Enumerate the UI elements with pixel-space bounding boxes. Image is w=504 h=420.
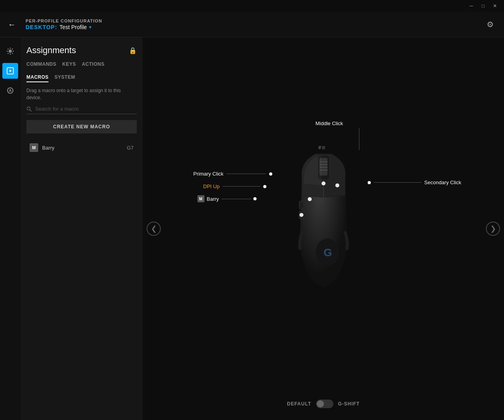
lock-icon: 🔒: [129, 47, 137, 54]
barry-macro-icon: M: [197, 195, 205, 202]
bottom-toggle: DEFAULT G-SHIFT: [287, 400, 359, 408]
chevron-right-icon: ❯: [490, 224, 496, 233]
barry-label: M Barry: [197, 195, 257, 202]
header: ← PER-PROFILE CONFIGURATION DESKTOP: Tes…: [0, 12, 504, 37]
mouse-diagram: G Middle Click Primary: [225, 113, 422, 329]
tab-macros[interactable]: MACROS: [26, 74, 48, 82]
profile-name[interactable]: Test Profile: [60, 24, 87, 30]
tab-actions[interactable]: ACTIONS: [82, 61, 105, 68]
icon-bar: [0, 37, 20, 420]
chevron-left-icon: ❮: [151, 224, 157, 233]
settings-button[interactable]: ⚙: [482, 17, 498, 32]
default-gshift-toggle[interactable]: [316, 400, 333, 408]
svg-rect-22: [299, 201, 304, 209]
chevron-down-icon[interactable]: ▾: [89, 24, 91, 30]
search-icon: [26, 106, 32, 112]
dpi-up-label: DPI Up: [203, 183, 267, 189]
secondary-click-label: Secondary Click: [368, 179, 461, 185]
create-macro-button[interactable]: CREATE NEW MACRO: [26, 120, 137, 133]
minimize-button[interactable]: ─: [465, 0, 477, 12]
titlebar: ─ □ ✕: [0, 0, 504, 12]
profile-line: DESKTOP: Test Profile ▾: [26, 24, 482, 30]
prev-arrow-button[interactable]: ❮: [147, 222, 161, 236]
svg-line-6: [12, 53, 13, 54]
svg-point-0: [9, 50, 12, 53]
per-profile-label: PER-PROFILE CONFIGURATION: [26, 19, 482, 23]
middle-click-label: Middle Click: [316, 120, 363, 150]
search-box: [26, 106, 137, 114]
svg-line-7: [12, 49, 13, 50]
main-content: ❮: [143, 37, 504, 420]
sidebar: Assignments 🔒 COMMANDS KEYS ACTIONS MACR…: [20, 37, 143, 420]
macro-key: G7: [127, 145, 134, 151]
svg-line-5: [8, 49, 9, 50]
tabs-row: COMMANDS KEYS ACTIONS: [26, 61, 137, 68]
header-info: PER-PROFILE CONFIGURATION DESKTOP: Test …: [26, 19, 482, 30]
search-input[interactable]: [35, 106, 137, 112]
close-button[interactable]: ✕: [489, 0, 501, 12]
svg-text:G: G: [324, 246, 332, 259]
svg-point-27: [322, 181, 325, 185]
sidebar-title-text: Assignments: [26, 45, 76, 56]
svg-point-14: [27, 107, 30, 110]
macro-item[interactable]: M Barry G7: [26, 139, 137, 156]
sidebar-title: Assignments 🔒: [26, 45, 137, 56]
tabs-row-2: MACROS SYSTEM: [26, 74, 137, 82]
assignments-icon[interactable]: [2, 63, 18, 79]
lighting-icon[interactable]: [2, 43, 18, 59]
drag-description: Drag a macro onto a target to assign it …: [26, 87, 137, 101]
desktop-label: DESKTOP:: [26, 24, 57, 30]
svg-line-8: [8, 53, 9, 54]
primary-click-label: Primary Click: [193, 171, 273, 177]
back-button[interactable]: ←: [6, 19, 18, 30]
restore-button[interactable]: □: [477, 0, 489, 12]
svg-point-26: [308, 197, 312, 201]
tab-system[interactable]: SYSTEM: [54, 74, 75, 82]
dpi-icon[interactable]: [2, 83, 18, 98]
default-label: DEFAULT: [287, 401, 311, 407]
svg-point-29: [299, 213, 303, 217]
tab-commands[interactable]: COMMANDS: [26, 61, 56, 68]
svg-point-12: [7, 88, 13, 93]
macro-name: Barry: [42, 145, 127, 151]
macro-icon: M: [30, 143, 38, 152]
gshift-label: G-SHIFT: [338, 401, 360, 407]
svg-point-28: [335, 183, 339, 187]
next-arrow-button[interactable]: ❯: [486, 222, 500, 236]
tab-keys[interactable]: KEYS: [62, 61, 76, 68]
svg-line-15: [30, 109, 32, 111]
mouse-illustration: G: [280, 146, 367, 296]
